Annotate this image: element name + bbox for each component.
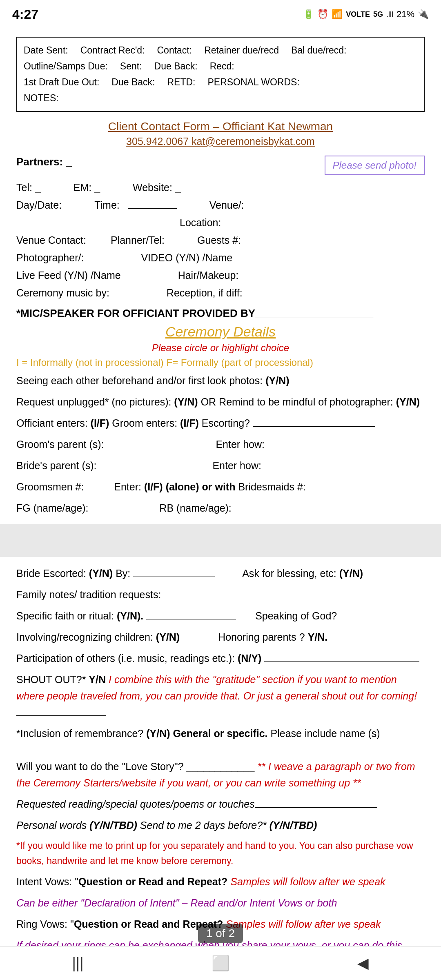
day-date-label: Day/Date: <box>16 199 62 211</box>
venue-contact-label: Venue Contact: <box>16 234 86 246</box>
first-draft-label: 1st Draft Due Out: <box>24 74 99 90</box>
photographer-label: Photographer/: <box>16 252 84 264</box>
status-time: 4:27 <box>12 7 38 22</box>
bal-due-label: Bal due/recd: <box>291 42 347 58</box>
status-bar: 4:27 🔋 ⏰ 📶 VOLTE 5G .lll 21% 🔌 <box>0 0 441 29</box>
please-circle: Please circle or highlight choice <box>16 342 425 354</box>
live-feed-label: Live Feed (Y/N) /Name <box>16 270 121 281</box>
header-row1: Date Sent: Contract Rec'd: Contact: Reta… <box>24 42 417 58</box>
5g-label: 5G <box>373 10 383 19</box>
nav-home[interactable]: ⬜ <box>212 955 230 972</box>
declaration-cut: nd/or Intent Vows or both <box>223 897 337 909</box>
retainer-due-label: Retainer due/recd <box>204 42 279 58</box>
ceremony-details-title: Ceremony Details <box>16 324 425 340</box>
alarm-icon: ⏰ <box>317 9 328 20</box>
please-send-button[interactable]: Please send photo! <box>325 156 425 175</box>
battery-icon: 🔋 <box>303 9 314 20</box>
header-row4: NOTES: <box>24 90 417 106</box>
time-label: Time: <box>94 199 120 211</box>
header-box: Date Sent: Contract Rec'd: Contact: Reta… <box>16 37 425 112</box>
date-sent-label: Date Sent: <box>24 42 68 58</box>
ceremony-music-row: Ceremony music by: Reception, if diff: <box>16 287 425 299</box>
battery-percent: 21% <box>396 9 414 20</box>
retd-label: RETD: <box>167 74 195 90</box>
ceremony-item-1: Seeing each other beforehand and/or firs… <box>16 372 425 389</box>
ceremony-music-label: Ceremony music by: <box>16 287 109 299</box>
inclusion-row: *Inclusion of remembrance? (Y/N) General… <box>16 725 425 742</box>
photographer-row: Photographer/: VIDEO (Y/N) /Name <box>16 252 425 264</box>
hair-makeup-label: Hair/Makeup: <box>178 270 239 281</box>
reading-row: Requested reading/special quotes/poems o… <box>16 796 425 812</box>
form-title: Client Contact Form – Officiant Kat Newm… <box>16 120 425 133</box>
page-content: Date Sent: Contract Rec'd: Contact: Reta… <box>0 29 441 980</box>
nav-bar: ||| ⬜ ◀ <box>0 946 441 980</box>
sent-label: Sent: <box>120 58 142 74</box>
due-back-label: Due Back: <box>154 58 198 74</box>
intent-vows-row: Intent Vows: "Question or Read and Repea… <box>16 873 425 890</box>
header-row2: Outline/Samps Due: Sent: Due Back: Recd: <box>24 58 417 74</box>
wifi-icon: 📶 <box>332 9 343 20</box>
participation-row: Participation of others (i.e. music, rea… <box>16 650 425 666</box>
informal-note: I = Informally (not in processional) F= … <box>16 357 425 368</box>
signal-icon: .lll <box>386 10 393 19</box>
notes-label: NOTES: <box>24 90 59 106</box>
nav-recent[interactable]: ||| <box>72 955 83 972</box>
venue-label: Venue/: <box>209 199 244 211</box>
volte-label: VOLTE <box>346 10 370 19</box>
specific-faith-row: Specific faith or ritual: (Y/N). Speakin… <box>16 608 425 624</box>
tel-label: Tel: _ <box>16 182 41 194</box>
due-label: Due Back: <box>111 74 155 90</box>
contract-recd-label: Contract Rec'd: <box>80 42 145 58</box>
battery-icon2: 🔌 <box>418 9 429 20</box>
mic-section: *MIC/SPEAKER FOR OFFICIANT PROVIDED BY__… <box>16 307 425 320</box>
declaration-note-row: Can be either "Declaration of Intent" – … <box>16 895 425 911</box>
involving-children-row: Involving/recognizing children: (Y/N) Ho… <box>16 629 425 645</box>
guests-hash-label: Guests #: <box>197 234 241 246</box>
shout-out-row: SHOUT OUT?* Y/N I combine this with the … <box>16 671 425 720</box>
ceremony-item-3: Officiant enters: (I/F) Groom enters: (I… <box>16 415 425 431</box>
partners-label: Partners: _ <box>16 156 72 168</box>
family-notes-row: Family notes/ tradition requests: <box>16 586 425 603</box>
personal-words-label: PERSONAL WORDS: <box>207 74 299 90</box>
date-venue-row: Day/Date: Time: Venue/: <box>16 199 425 211</box>
partners-row: Partners: _ Please send photo! <box>16 156 425 175</box>
video-label: VIDEO (Y/N) /Name <box>141 252 232 264</box>
bride-escorted-row: Bride Escorted: (Y/N) By: Ask for blessi… <box>16 565 425 581</box>
location-row: Location: <box>180 217 425 229</box>
personal-words-row: Personal words (Y/N/TBD) Send to me 2 da… <box>16 817 425 833</box>
ceremony-item-2: Request unplugged* (no pictures): (Y/N) … <box>16 394 425 410</box>
divider <box>16 750 425 750</box>
em-label: EM: _ <box>74 182 100 194</box>
ceremony-item-6: Groomsmen #: Enter: (I/F) (alone) or wit… <box>16 479 425 495</box>
form-subtitle: 305.942.0067 kat@ceremoneisbykat.com <box>16 136 425 147</box>
header-row3: 1st Draft Due Out: Due Back: RETD: PERSO… <box>24 74 417 90</box>
ceremony-item-7: FG (name/age): RB (name/age): <box>16 500 425 516</box>
nav-back[interactable]: ◀ <box>357 955 369 972</box>
contact-label: Contact: <box>157 42 192 58</box>
planner-tel-label: Planner/Tel: <box>111 234 165 246</box>
website-label: Website: _ <box>133 182 181 194</box>
page-break <box>0 524 441 557</box>
contact-row: Tel: _ EM: _ Website: _ <box>16 182 425 194</box>
ceremony-item-5: Bride's parent (s): Enter how: <box>16 457 425 474</box>
recd-label: Recd: <box>210 58 234 74</box>
outline-samps-label: Outline/Samps Due: <box>24 58 108 74</box>
print-note-row: *If you would like me to print up for yo… <box>16 838 425 869</box>
ceremony-item-4: Groom's parent (s): Enter how: <box>16 436 425 452</box>
reception-diff-label: Reception, if diff: <box>167 287 243 299</box>
livefeed-row: Live Feed (Y/N) /Name Hair/Makeup: <box>16 270 425 281</box>
location-label: Location: <box>180 217 221 229</box>
venue-contact-row: Venue Contact: Planner/Tel: Guests #: <box>16 234 425 246</box>
page-indicator: 1 of 2 <box>198 924 243 943</box>
love-story-row: Will you want to do the "Love Story"? __… <box>16 758 425 791</box>
